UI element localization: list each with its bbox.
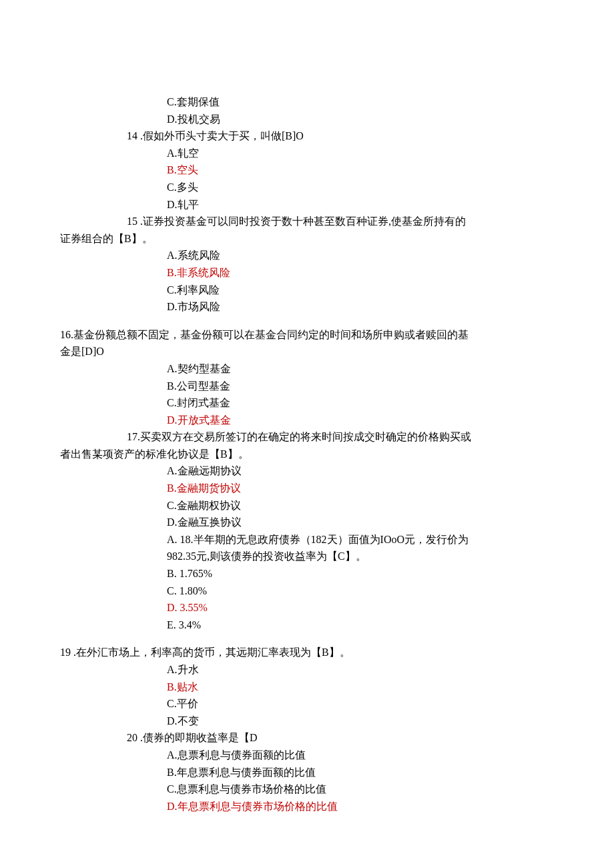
q19-option-d: D.不变: [167, 713, 554, 730]
q19-options: A.升水 B.贴水 C.平价 D.不变: [167, 661, 554, 729]
q18-option-c: C. 1.80%: [167, 582, 554, 600]
q17-stem-line2: 者出售某项资产的标准化协议是【B】。: [60, 446, 554, 463]
q20-option-b: B.年息票利息与债券面额的比值: [167, 764, 554, 781]
spacer: [60, 316, 554, 326]
q19-option-a: A.升水: [167, 661, 554, 679]
q13-options: C.套期保值 D.投机交易: [167, 93, 554, 127]
q16-option-b: B.公司型基金: [167, 378, 554, 395]
q16-stem-line1: 16.基金份额总额不固定，基金份额可以在基金合同约定的时间和场所申购或者赎回的基: [60, 326, 554, 344]
q17-options: A.金融远期协议 B.金融期货协议 C.金融期权协议 D.金融互换协议: [167, 462, 554, 530]
q15-stem-line2: 证券组合的【B】。: [60, 230, 554, 248]
q18-option-e: E. 3.4%: [167, 616, 554, 634]
q16-stem-line2: 金是[D]O: [60, 343, 554, 360]
q18-option-b: B. 1.765%: [167, 565, 554, 582]
spacer: [60, 633, 554, 644]
q17-option-b: B.金融期货协议: [167, 480, 554, 497]
q16-option-d: D.开放式基金: [167, 412, 554, 429]
q15-option-a: A.系统风险: [167, 247, 554, 264]
q18-stem-a: A. 18.半年期的无息政府债券（182天）面值为IOoO元，发行价为: [167, 531, 554, 548]
q14-option-a: A.轧空: [167, 145, 554, 162]
q14-option-b: B.空头: [167, 161, 554, 179]
q16-options: A.契约型基金 B.公司型基金 C.封闭式基金 D.开放式基金: [167, 360, 554, 428]
q15-option-b: B.非系统风险: [167, 264, 554, 282]
q20-option-c: C.息票利息与债券市场价格的比值: [167, 781, 554, 798]
q17-option-a: A.金融远期协议: [167, 462, 554, 480]
q14-stem: 14 .假如外币头寸卖大于买，叫做[B]O: [127, 127, 554, 145]
q17-stem-line1: 17.买卖双方在交易所签订的在确定的将来时间按成交时确定的价格购买或: [127, 428, 554, 446]
q17-option-c: C.金融期权协议: [167, 497, 554, 514]
q14-option-d: D.轧平: [167, 196, 554, 213]
q20-options: A.息票利息与债券面额的比值 B.年息票利息与债券面额的比值 C.息票利息与债券…: [167, 747, 554, 815]
q15-option-c: C.利率风险: [167, 282, 554, 299]
q15-options: A.系统风险 B.非系统风险 C.利率风险 D.市场风险: [167, 247, 554, 315]
q18-stem-line2: 982.35元,则该债券的投资收益率为【C】。: [167, 548, 554, 565]
q16-option-a: A.契约型基金: [167, 360, 554, 378]
q14-options: A.轧空 B.空头 C.多头 D.轧平: [167, 145, 554, 213]
q15-stem-line1: 15 .证券投资基金可以同时投资于数十种甚至数百种证券,使基金所持有的: [127, 213, 554, 230]
q20-option-d: D.年息票利息与债券市场价格的比值: [167, 798, 554, 815]
q20-option-a: A.息票利息与债券面额的比值: [167, 747, 554, 764]
q15-option-d: D.市场风险: [167, 298, 554, 316]
q14-option-c: C.多头: [167, 179, 554, 196]
q19-option-c: C.平价: [167, 695, 554, 713]
q19-stem: 19 .在外汇市场上，利率高的货币，其远期汇率表现为【B】。: [60, 644, 554, 661]
q17-option-d: D.金融互换协议: [167, 514, 554, 531]
q19-option-b: B.贴水: [167, 679, 554, 696]
q18-option-d: D. 3.55%: [167, 599, 554, 616]
q18-block: A. 18.半年期的无息政府债券（182天）面值为IOoO元，发行价为 982.…: [167, 531, 554, 634]
q13-option-c: C.套期保值: [167, 93, 554, 111]
q20-stem: 20 .债券的即期收益率是【D: [127, 729, 554, 747]
q13-option-d: D.投机交易: [167, 111, 554, 128]
q16-option-c: C.封闭式基金: [167, 394, 554, 412]
